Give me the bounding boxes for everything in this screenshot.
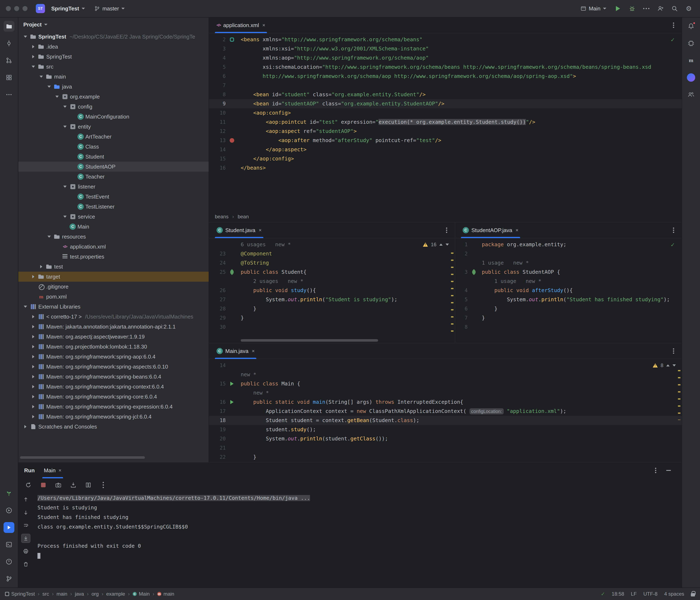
profiler-button[interactable] <box>685 38 697 49</box>
next-warning-icon[interactable] <box>446 243 449 246</box>
commit-tool-button[interactable] <box>3 38 15 49</box>
code-line[interactable]: 5 System.out.println("Student has finish… <box>455 295 682 304</box>
code-line[interactable]: 19 student.study(); <box>209 425 682 434</box>
close-icon[interactable]: × <box>58 467 61 473</box>
code-line[interactable]: 21 <box>209 443 682 453</box>
tree-item-springtest[interactable]: SpringTest <box>18 52 209 62</box>
code-with-me-users-button[interactable] <box>685 89 697 100</box>
tree-chevron[interactable] <box>30 353 37 360</box>
project-selector[interactable]: SpringTest <box>48 4 88 14</box>
code-with-me-button[interactable] <box>655 3 666 14</box>
window-minimize-button[interactable] <box>14 6 19 11</box>
tree-chevron[interactable] <box>30 373 37 380</box>
close-icon[interactable]: × <box>262 22 265 28</box>
window-zoom-button[interactable] <box>23 6 27 11</box>
tree-item-mainconfiguration[interactable]: CMainConfiguration <box>18 112 209 122</box>
tree-item-entity[interactable]: entity <box>18 122 209 132</box>
breadcrumb[interactable]: beans › bean <box>209 211 682 222</box>
ai-assistant-button[interactable] <box>685 72 697 83</box>
project-panel-header[interactable]: Project <box>18 18 209 32</box>
run-options-icon[interactable] <box>655 470 656 471</box>
tree-chevron[interactable] <box>30 53 37 60</box>
terminal-tool-button[interactable] <box>3 539 15 550</box>
aop-gutter-icon[interactable] <box>230 138 234 143</box>
caret-position[interactable]: 18:58 <box>612 591 624 597</box>
student-editor[interactable]: 6 usages new *23@Component24@ToString25p… <box>209 238 455 343</box>
problems-tool-button[interactable] <box>3 556 15 567</box>
rerun-button[interactable] <box>24 481 32 489</box>
tree-chevron[interactable] <box>22 303 29 310</box>
search-everywhere-button[interactable] <box>669 3 680 14</box>
tree-chevron[interactable] <box>30 333 37 340</box>
status-path-example[interactable]: example <box>106 591 125 597</box>
structure-tool-button[interactable] <box>3 72 15 83</box>
code-line[interactable]: 5 xsi:schemaLocation="http://www.springf… <box>209 63 682 72</box>
close-icon[interactable]: × <box>516 227 519 233</box>
code-line[interactable]: 4 public void afterStudy(){ <box>455 286 682 295</box>
tree-item-maven-org-springframework-spring-aspects-6-0-10[interactable]: Maven: org.springframework:spring-aspect… <box>18 362 209 372</box>
tree-chevron[interactable] <box>38 73 45 80</box>
tree-chevron[interactable] <box>30 273 37 280</box>
leaf-gutter-icon[interactable] <box>471 269 477 275</box>
tree-item-teacher[interactable]: CTeacher <box>18 172 209 182</box>
inspections-status-icon[interactable]: ✓ <box>601 591 605 597</box>
code-line[interactable]: 1package org.example.entity; <box>455 240 682 249</box>
code-line[interactable]: 23@Component <box>209 249 455 258</box>
horizontal-scrollbar[interactable] <box>20 456 145 459</box>
tree-chevron[interactable] <box>30 323 37 330</box>
code-line[interactable]: 10 <aop:config> <box>209 108 682 118</box>
code-line[interactable]: 18 Student student = context.getBean(Stu… <box>209 416 682 425</box>
tree-chevron[interactable] <box>22 423 29 430</box>
error-stripe[interactable] <box>678 370 680 420</box>
console-output[interactable]: /Users/eve/Library/Java/JavaVirtualMachi… <box>33 493 682 587</box>
tree-chevron[interactable] <box>45 233 53 240</box>
code-line[interactable]: 9 <bean id="studentAOP" class="org.examp… <box>209 99 682 108</box>
code-line[interactable]: 2<beans xmlns="http://www.springframewor… <box>209 35 682 44</box>
code-line[interactable]: 24@ToString <box>209 258 455 267</box>
tree-item-test-properties[interactable]: test.properties <box>18 252 209 262</box>
tree-item-service[interactable]: service <box>18 212 209 222</box>
code-line[interactable]: 7} <box>455 313 682 322</box>
tab-studentaop-java[interactable]: C StudentAOP.java × <box>458 222 523 238</box>
code-line[interactable]: 22 } <box>209 453 682 462</box>
inspections-ok-icon[interactable]: ✓ <box>670 37 675 43</box>
code-line[interactable]: new * <box>209 370 682 379</box>
window-close-button[interactable] <box>6 6 11 11</box>
tab-main-java[interactable]: C Main.java × <box>212 343 259 359</box>
tree-item-corretto-17[interactable]: < corretto-17 >/Users/eve/Library/Java/J… <box>18 312 209 322</box>
status-path-src[interactable]: src <box>42 591 49 597</box>
debug-button[interactable] <box>627 3 638 14</box>
soft-wrap-button[interactable] <box>21 521 30 530</box>
tree-item-listener[interactable]: listener <box>18 182 209 192</box>
inspection-widget[interactable]: 16 <box>423 242 449 247</box>
tree-item-maven-org-springframework-spring-core-6-0-4[interactable]: Maven: org.springframework:spring-core:6… <box>18 392 209 402</box>
tree-item-org-example[interactable]: org.example <box>18 92 209 102</box>
tree-item-application-xml[interactable]: </>application.xml <box>18 242 209 252</box>
lock-icon[interactable] <box>691 593 695 597</box>
tree-item-target[interactable]: target <box>18 272 209 282</box>
code-line[interactable]: 30 <box>209 322 455 332</box>
tree-item-maven-org-springframework-spring-aop-6-0-4[interactable]: Maven: org.springframework:spring-aop:6.… <box>18 352 209 362</box>
code-line[interactable]: 13 <aop:after method="afterStudy" pointc… <box>209 136 682 145</box>
tree-item-testevent[interactable]: CTestEvent <box>18 192 209 202</box>
code-line[interactable]: 2 <box>455 249 682 258</box>
project-tree[interactable]: SpringTest~/Desktop/CS/JavaEE/2 Java Spr… <box>18 32 209 462</box>
tree-item-maven-org-springframework-spring-expression-6-0-4[interactable]: Maven: org.springframework:spring-expres… <box>18 402 209 412</box>
bean-gutter-icon[interactable] <box>230 38 234 42</box>
code-line[interactable]: 14 </aop:aspect> <box>209 145 682 154</box>
status-path-org[interactable]: org <box>92 591 99 597</box>
code-line[interactable]: 6 usages new * <box>209 240 455 249</box>
clear-console-button[interactable] <box>21 559 30 569</box>
code-line[interactable]: 6 http://www.springframework.org/schema/… <box>209 72 682 81</box>
run-config-selector[interactable]: Main <box>578 4 609 14</box>
status-path-springtest[interactable]: SpringTest <box>5 591 35 597</box>
editor-options-icon[interactable] <box>673 25 674 26</box>
code-line[interactable]: 28 } <box>209 304 455 313</box>
editor-options-icon[interactable] <box>673 230 674 231</box>
breadcrumb-item[interactable]: beans <box>215 214 228 220</box>
code-line[interactable]: 4 xmlns:aop="http://www.springframework.… <box>209 53 682 63</box>
scroll-up-button[interactable] <box>21 495 30 504</box>
thread-dump-button[interactable] <box>54 481 62 489</box>
editor-options-icon[interactable] <box>673 351 674 352</box>
tree-item-student[interactable]: CStudent <box>18 152 209 162</box>
